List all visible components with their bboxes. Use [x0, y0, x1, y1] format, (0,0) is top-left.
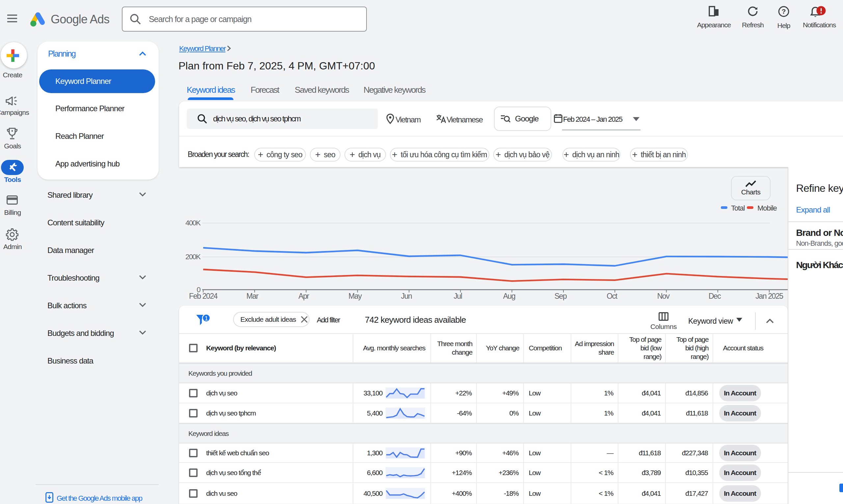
- svg-text:1: 1: [205, 315, 208, 322]
- svg-text:?: ?: [782, 7, 786, 15]
